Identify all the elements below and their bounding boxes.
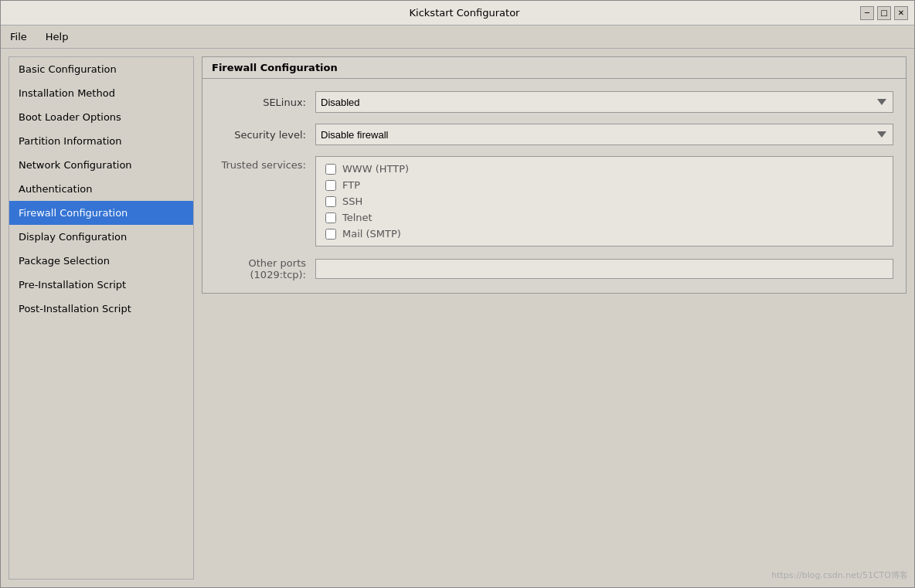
maximize-button[interactable]: □ <box>877 6 891 20</box>
selinux-label: SELinux: <box>215 97 315 108</box>
sidebar-item-firewall-configuration[interactable]: Firewall Configuration <box>9 201 193 225</box>
security-level-control: Disable firewallEnable firewall <box>315 124 893 145</box>
minimize-button[interactable]: ─ <box>860 6 874 20</box>
sidebar-item-authentication[interactable]: Authentication <box>9 177 193 201</box>
panel-title: Firewall Configuration <box>202 57 906 79</box>
close-button[interactable]: ✕ <box>894 6 908 20</box>
menu-file[interactable]: File <box>4 29 33 45</box>
titlebar: Kickstart Configurator ─ □ ✕ <box>1 1 914 25</box>
security-level-dropdown[interactable]: Disable firewallEnable firewall <box>315 124 893 145</box>
content-area: Basic Configuration Installation Method … <box>1 49 914 587</box>
sidebar-item-partition-information[interactable]: Partition Information <box>9 129 193 153</box>
sidebar-item-display-configuration[interactable]: Display Configuration <box>9 225 193 249</box>
selinux-control: DisabledEnforcingPermissive <box>315 91 893 113</box>
sidebar-item-pre-installation-script[interactable]: Pre-Installation Script <box>9 273 193 297</box>
security-level-label: Security level: <box>215 129 315 141</box>
service-ftp: FTP <box>325 179 883 191</box>
service-telnet-checkbox[interactable] <box>325 212 336 223</box>
service-mail-label: Mail (SMTP) <box>342 228 401 240</box>
watermark: https://blog.csdn.net/51CTO博客 <box>771 569 908 581</box>
titlebar-buttons: ─ □ ✕ <box>860 6 908 20</box>
service-telnet-label: Telnet <box>342 212 372 223</box>
sidebar-item-basic-configuration[interactable]: Basic Configuration <box>9 57 193 81</box>
sidebar-item-post-installation-script[interactable]: Post-Installation Script <box>9 297 193 321</box>
menubar: File Help <box>1 25 914 49</box>
sidebar-item-boot-loader-options[interactable]: Boot Loader Options <box>9 105 193 129</box>
sidebar: Basic Configuration Installation Method … <box>9 56 194 580</box>
trusted-services-row: Trusted services: WWW (HTTP) FTP <box>215 156 893 246</box>
panel-content: SELinux: DisabledEnforcingPermissive Sec… <box>202 79 906 293</box>
service-mail-checkbox[interactable] <box>325 229 336 240</box>
window: Kickstart Configurator ─ □ ✕ File Help B… <box>0 0 915 588</box>
sidebar-item-package-selection[interactable]: Package Selection <box>9 249 193 273</box>
service-ssh-checkbox[interactable] <box>325 196 336 207</box>
window-title: Kickstart Configurator <box>69 7 860 19</box>
service-ftp-checkbox[interactable] <box>325 180 336 191</box>
other-ports-row: Other ports (1029:tcp): <box>215 257 893 280</box>
trusted-services-box: WWW (HTTP) FTP SSH <box>315 156 893 246</box>
service-ssh: SSH <box>325 195 883 207</box>
other-ports-input[interactable] <box>315 259 893 279</box>
service-www-label: WWW (HTTP) <box>342 163 409 175</box>
selinux-dropdown[interactable]: DisabledEnforcingPermissive <box>315 91 893 113</box>
service-ftp-label: FTP <box>342 179 360 191</box>
service-ssh-label: SSH <box>342 195 362 207</box>
selinux-row: SELinux: DisabledEnforcingPermissive <box>215 91 893 113</box>
security-level-row: Security level: Disable firewallEnable f… <box>215 124 893 145</box>
service-www-checkbox[interactable] <box>325 164 336 175</box>
menu-help[interactable]: Help <box>39 29 75 45</box>
service-mail: Mail (SMTP) <box>325 228 883 240</box>
service-telnet: Telnet <box>325 212 883 223</box>
service-www: WWW (HTTP) <box>325 163 883 175</box>
sidebar-item-installation-method[interactable]: Installation Method <box>9 81 193 105</box>
trusted-services-label: Trusted services: <box>215 156 315 171</box>
main-panel: Firewall Configuration SELinux: Disabled… <box>202 56 906 580</box>
other-ports-label: Other ports (1029:tcp): <box>215 257 315 280</box>
firewall-configuration-panel: Firewall Configuration SELinux: Disabled… <box>202 56 906 294</box>
sidebar-item-network-configuration[interactable]: Network Configuration <box>9 153 193 177</box>
